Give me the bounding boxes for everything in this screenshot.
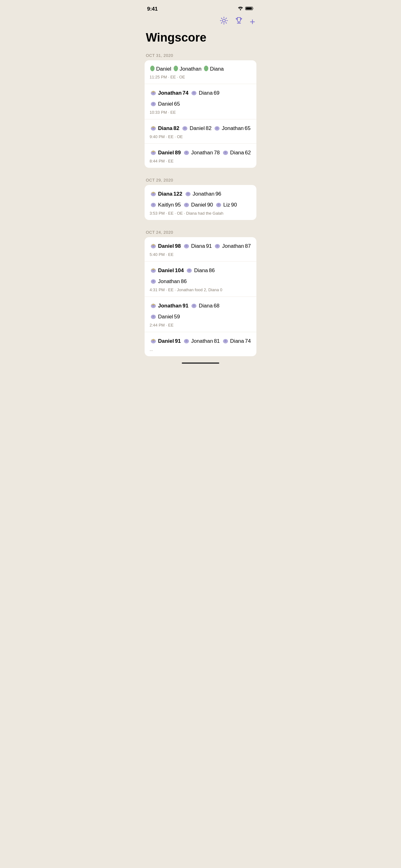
player-entry: Diana 68 xyxy=(190,301,219,310)
player-entry: Jonathan 86 xyxy=(149,277,187,286)
player-name: Liz xyxy=(223,202,230,208)
player-name: Daniel xyxy=(158,268,174,274)
svg-point-25 xyxy=(225,152,226,153)
svg-point-55 xyxy=(153,340,154,342)
bird-icon xyxy=(149,88,157,97)
game-meta: 9:40 PM · EE · OE xyxy=(149,134,252,139)
game-row[interactable]: Jonathan 91Diana 68Daniel 592:44 PM · EE xyxy=(144,297,257,332)
game-row[interactable]: Daniel 104Diana 86Jonathan 864:31 PM · E… xyxy=(144,261,257,297)
game-row[interactable]: Daniel 89Jonathan 78Diana 628:44 PM · EE xyxy=(144,144,257,168)
players-line: Jonathan 74Diana 69Daniel 65 xyxy=(149,88,252,108)
bird-icon xyxy=(190,88,198,97)
svg-point-29 xyxy=(187,193,189,195)
bird-icon xyxy=(149,266,157,275)
player-name: Jonathan xyxy=(191,150,213,156)
section-header-0: OCT 31, 2020 xyxy=(140,50,261,60)
svg-point-45 xyxy=(188,269,190,271)
bird-icon xyxy=(222,148,229,157)
bird-icon xyxy=(183,242,190,251)
bird-icon xyxy=(149,301,157,310)
players-line: Daniel 89Jonathan 78Diana 62 xyxy=(149,148,252,157)
player-name: Diana xyxy=(230,150,244,156)
game-meta: 10:33 PM · EE xyxy=(149,110,252,115)
player-score: 78 xyxy=(214,150,220,156)
player-score: 69 xyxy=(213,90,220,96)
game-row[interactable]: Daniel 91Jonathan 81Diana 74... xyxy=(144,332,257,356)
player-score: 87 xyxy=(245,243,251,249)
player-entry: Jonathan 74 xyxy=(149,88,188,97)
egg-icon xyxy=(173,65,179,73)
player-score: 90 xyxy=(207,202,213,208)
player-name: Daniel xyxy=(158,243,174,249)
svg-point-47 xyxy=(153,280,154,282)
player-name: Diana xyxy=(158,125,172,131)
svg-point-6 xyxy=(174,66,178,71)
game-meta: 2:44 PM · EE xyxy=(149,323,252,328)
player-score: 91 xyxy=(206,243,212,249)
game-row[interactable]: Daniel 98Diana 91Jonathan 875:40 PM · EE xyxy=(144,237,257,261)
player-score: 91 xyxy=(175,338,181,344)
player-name: Jonathan xyxy=(222,125,244,131)
bird-icon xyxy=(149,200,157,209)
players-line: Jonathan 91Diana 68Daniel 59 xyxy=(149,301,252,321)
player-score: 74 xyxy=(183,90,189,96)
player-entry: Liz 90 xyxy=(215,200,237,209)
players-line: Diana 82Daniel 82Jonathan 65 xyxy=(149,124,252,133)
game-row[interactable]: Diana 122Jonathan 96Kaitlyn 95Daniel 90L… xyxy=(144,185,257,220)
bird-icon xyxy=(149,124,157,133)
player-entry: Daniel 91 xyxy=(149,337,181,346)
svg-point-51 xyxy=(193,305,195,307)
svg-point-15 xyxy=(153,127,154,129)
svg-point-13 xyxy=(153,103,154,105)
svg-point-35 xyxy=(218,204,220,206)
game-row[interactable]: DanielJonathanDiana11:25 PM · EE · OE xyxy=(144,60,257,84)
players-line: DanielJonathanDiana xyxy=(149,65,252,73)
status-icons xyxy=(238,6,254,12)
bird-icon xyxy=(149,189,157,198)
bird-icon xyxy=(149,99,157,108)
player-name: Diana xyxy=(210,66,224,72)
player-score: 90 xyxy=(231,202,237,208)
player-name: Jonathan xyxy=(158,278,180,285)
bird-icon xyxy=(183,337,190,346)
game-row[interactable]: Diana 82Daniel 82Jonathan 659:40 PM · EE… xyxy=(144,119,257,144)
game-meta: 8:44 PM · EE xyxy=(149,159,252,163)
player-entry: Daniel 104 xyxy=(149,266,183,275)
player-entry: Daniel 59 xyxy=(149,312,180,321)
player-score: 65 xyxy=(244,125,250,131)
player-entry: Jonathan 91 xyxy=(149,301,188,310)
leaderboard-button[interactable] xyxy=(235,16,243,27)
player-entry: Jonathan 78 xyxy=(183,148,220,157)
player-name: Daniel xyxy=(158,314,173,320)
svg-point-7 xyxy=(204,66,208,71)
egg-icon xyxy=(203,65,209,73)
battery-icon xyxy=(245,6,254,12)
game-row[interactable]: Jonathan 74Diana 69Daniel 6510:33 PM · E… xyxy=(144,84,257,119)
player-entry: Diana 82 xyxy=(149,124,179,133)
settings-button[interactable] xyxy=(220,16,228,27)
scroll-indicator xyxy=(182,363,219,364)
player-name: Jonathan xyxy=(179,66,201,72)
game-meta: 5:40 PM · EE xyxy=(149,252,252,257)
bird-icon xyxy=(149,337,157,346)
bird-icon xyxy=(149,312,157,321)
player-score: 59 xyxy=(174,314,180,320)
player-name: Diana xyxy=(194,268,208,274)
svg-point-39 xyxy=(186,245,188,247)
svg-point-2 xyxy=(223,19,226,22)
add-button[interactable]: + xyxy=(249,17,255,27)
player-name: Daniel xyxy=(190,125,205,131)
players-line: Daniel 104Diana 86Jonathan 86 xyxy=(149,266,252,286)
svg-point-27 xyxy=(153,193,154,195)
bird-icon xyxy=(149,277,157,286)
player-score: 96 xyxy=(215,191,222,197)
player-score: 62 xyxy=(245,150,251,156)
player-entry: Diana 74 xyxy=(222,337,251,346)
player-name: Diana xyxy=(230,338,244,344)
player-score: 65 xyxy=(174,101,180,107)
svg-point-21 xyxy=(153,152,154,153)
player-name: Diana xyxy=(199,90,212,96)
bird-icon xyxy=(149,242,157,251)
player-name: Jonathan xyxy=(191,338,213,344)
svg-point-59 xyxy=(225,340,226,342)
